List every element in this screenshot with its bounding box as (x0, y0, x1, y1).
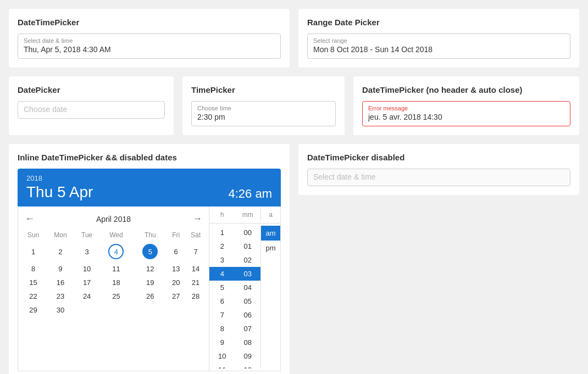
minutes-column: 0001020304050607080910 (235, 226, 261, 369)
calendar-time-big: 4:26 am (229, 187, 273, 201)
day-of-week-header: Sat (185, 229, 207, 241)
calendar-day[interactable]: 12 (133, 262, 167, 276)
calendar-day (75, 303, 99, 317)
days-of-week-row: SunMonTueWedThuFriSat (20, 229, 207, 241)
calendar-day[interactable]: 11 (99, 262, 133, 276)
datepicker-field[interactable]: Choose date (18, 101, 165, 119)
datetimepicker-disabled-placeholder: Select date & time (313, 172, 564, 181)
timepicker-value: 2:30 pm (197, 113, 330, 121)
day-of-week-header: Sun (20, 229, 46, 241)
minute-value[interactable]: 06 (235, 308, 261, 322)
day-of-week-header: Tue (75, 229, 99, 241)
calendar-day[interactable]: 16 (46, 276, 75, 289)
calendar-day[interactable]: 2 (46, 241, 75, 262)
datetimepicker-disabled-card: DateTimePicker disabled Select date & ti… (298, 144, 579, 195)
calendar-day[interactable]: 25 (99, 289, 133, 303)
calendar-day[interactable]: 24 (75, 289, 99, 303)
day-of-week-header: Wed (99, 229, 133, 241)
calendar-day[interactable]: 5 (133, 241, 167, 262)
error-label: Error message (368, 105, 564, 111)
calendar-day[interactable]: 15 (20, 276, 46, 289)
hour-value[interactable]: 5 (209, 281, 235, 294)
minute-value[interactable]: 08 (235, 336, 261, 349)
datetimepicker-noheader-field[interactable]: Error message jeu. 5 avr. 2018 14:30 (362, 101, 570, 126)
datepicker-title: DatePicker (18, 85, 165, 94)
hour-value[interactable]: 10 (209, 349, 235, 363)
calendar-day[interactable]: 27 (167, 289, 185, 303)
calendar-day[interactable]: 10 (75, 262, 99, 276)
day-of-week-header: Fri (167, 229, 185, 241)
calendar-nav: ← April 2018 → (20, 211, 207, 227)
minute-value[interactable]: 09 (235, 349, 261, 363)
minute-value[interactable]: 01 (235, 239, 261, 253)
datepicker-placeholder: Choose date (24, 105, 159, 114)
next-month-button[interactable]: → (192, 213, 202, 225)
calendar-day[interactable]: 28 (185, 289, 207, 303)
calendar-day[interactable]: 19 (133, 276, 167, 289)
hour-value[interactable]: 7 (209, 308, 235, 322)
minute-value[interactable]: 03 (235, 267, 261, 281)
calendar-day[interactable]: 17 (75, 276, 99, 289)
minute-value[interactable]: 04 (235, 281, 261, 294)
calendar-dates-body: 1234567891011121314151617181920212223242… (20, 241, 207, 317)
minute-value[interactable]: 07 (235, 322, 261, 336)
timepicker-card: TimePicker Choose time 2:30 pm (182, 76, 345, 135)
minute-value[interactable]: 10 (235, 363, 261, 369)
calendar-day[interactable]: 4 (99, 241, 133, 262)
calendar-day[interactable]: 1 (20, 241, 46, 262)
calendar-day[interactable]: 3 (75, 241, 99, 262)
rangedatepicker-label: Select range (313, 37, 564, 44)
datetimepicker-field[interactable]: Select date & time Thu, Apr 5, 2018 4:30… (18, 34, 281, 59)
hour-value[interactable]: 4 (209, 267, 235, 281)
calendar-year: 2018 (26, 174, 272, 182)
hour-value[interactable]: 6 (209, 294, 235, 308)
hour-value[interactable]: 1 (209, 226, 235, 239)
calendar-day[interactable]: 7 (185, 241, 207, 262)
calendar-day[interactable]: 18 (99, 276, 133, 289)
calendar-date-time-row: Thu 5 Apr 4:26 am (26, 183, 272, 201)
minute-value[interactable]: 05 (235, 294, 261, 308)
hour-value[interactable]: 8 (209, 322, 235, 336)
calendar-day[interactable]: 21 (185, 276, 207, 289)
hour-value[interactable]: 11 (209, 363, 235, 369)
day-of-week-header: Mon (46, 229, 75, 241)
hour-value[interactable]: 3 (209, 253, 235, 267)
pm-option[interactable]: pm (261, 241, 280, 255)
calendar-day (133, 303, 167, 317)
calendar-day[interactable]: 13 (167, 262, 185, 276)
hour-value[interactable]: 2 (209, 239, 235, 253)
calendar-week-row: 1234567 (20, 241, 207, 262)
calendar-day[interactable]: 22 (20, 289, 46, 303)
calendar-week-row: 2930 (20, 303, 207, 317)
ampm-column: ampm (260, 226, 280, 369)
calendar-day[interactable]: 14 (185, 262, 207, 276)
rangedatepicker-field[interactable]: Select range Mon 8 Oct 2018 - Sun 14 Oct… (307, 34, 570, 59)
am-option[interactable]: am (261, 226, 280, 241)
minute-value[interactable]: 00 (235, 226, 261, 239)
calendar-week-row: 15161718192021 (20, 276, 207, 289)
calendar-day[interactable]: 8 (20, 262, 46, 276)
day-of-week-header: Thu (133, 229, 167, 241)
calendar-day[interactable]: 9 (46, 262, 75, 276)
datetimepicker-disabled-field: Select date & time (307, 169, 570, 186)
calendar-day[interactable]: 30 (46, 303, 75, 317)
calendar-date-big: Thu 5 Apr (26, 183, 93, 201)
calendar-day[interactable]: 6 (167, 241, 185, 262)
datetimepicker-noheader-value: jeu. 5 avr. 2018 14:30 (368, 113, 564, 121)
minute-value[interactable]: 02 (235, 253, 261, 267)
datetimepicker-label: Select date & time (24, 37, 275, 44)
calendar-day[interactable]: 29 (20, 303, 46, 317)
inline-datetimepicker-card: Inline DateTimePicker && disabled dates … (9, 144, 290, 374)
hour-value[interactable]: 9 (209, 336, 235, 349)
calendar-day[interactable]: 26 (133, 289, 167, 303)
datetimepicker-card: DateTimePicker Select date & time Thu, A… (9, 9, 290, 68)
rangedatepicker-value: Mon 8 Oct 2018 - Sun 14 Oct 2018 (313, 45, 564, 54)
time-scroll-area[interactable]: 1234567891011 0001020304050607080910 amp… (209, 226, 280, 369)
datetimepicker-noheader-title: DateTimePicker (no header & auto close) (362, 85, 570, 94)
calendar-grid-area: ← April 2018 → SunMonTueWedThuFriSat 123… (18, 206, 209, 371)
timepicker-field[interactable]: Choose time 2:30 pm (191, 101, 336, 126)
calendar-day[interactable]: 23 (46, 289, 75, 303)
inline-datetimepicker-title: Inline DateTimePicker && disabled dates (18, 153, 281, 162)
calendar-day[interactable]: 20 (167, 276, 185, 289)
prev-month-button[interactable]: ← (25, 213, 35, 225)
